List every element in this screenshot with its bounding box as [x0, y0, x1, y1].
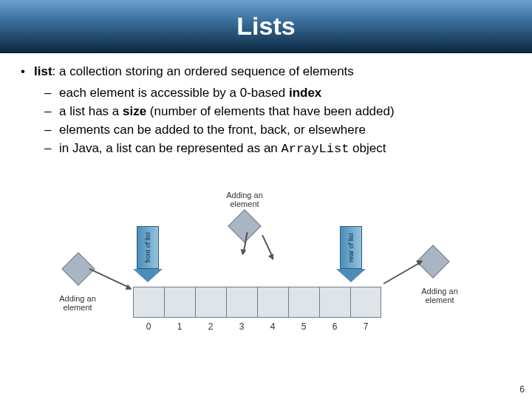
front-label: front of list — [143, 232, 152, 263]
array-cell — [133, 287, 164, 318]
index-label: 2 — [195, 321, 226, 332]
array-cells — [133, 287, 381, 318]
page-number: 6 — [519, 384, 525, 395]
dash-icon — [44, 140, 59, 158]
title-bar: Lists — [0, 0, 532, 53]
dash-icon — [44, 122, 59, 139]
bullet-text: list: a collection storing an ordered se… — [34, 64, 354, 81]
sub-text: elements can be added to the front, back… — [59, 122, 366, 139]
sub-pre: each element is accessible by a 0-based — [59, 86, 289, 100]
new-element-icon — [228, 209, 261, 242]
array-cell — [350, 287, 381, 318]
list-diagram: 0 1 2 3 4 5 6 7 front of list rear of li… — [52, 176, 480, 361]
sub-pre: in Java, a list can be represented as an — [59, 141, 282, 155]
list-item: elements can be added to the front, back… — [44, 122, 511, 139]
front-arrow-icon: front of list — [137, 226, 159, 282]
sub-text: a list has a size (number of elements th… — [59, 103, 395, 120]
index-label: 6 — [319, 321, 350, 332]
sub-post: object — [349, 141, 386, 155]
list-item: a list has a size (number of elements th… — [44, 103, 511, 120]
insert-arrow-icon — [89, 268, 131, 289]
list-item: each element is accessible by a 0-based … — [44, 85, 511, 102]
insert-arrow-icon — [262, 234, 274, 259]
index-label: 7 — [350, 321, 381, 332]
array-cell — [226, 287, 257, 318]
dash-icon — [44, 85, 59, 102]
sub-text: in Java, a list can be represented as an… — [59, 140, 386, 158]
add-caption: Adding anelement — [414, 287, 466, 304]
sub-code: ArrayList — [282, 142, 349, 156]
sub-pre: a list has a — [59, 104, 123, 118]
sub-text: each element is accessible by a 0-based … — [59, 85, 321, 102]
index-label: 1 — [164, 321, 195, 332]
array-cell — [319, 287, 350, 318]
rear-label: rear of list — [347, 233, 355, 262]
sub-bold: index — [289, 86, 321, 100]
array-cell — [288, 287, 319, 318]
rear-arrow-icon: rear of list — [340, 226, 362, 282]
add-caption: Adding anelement — [52, 294, 103, 312]
sub-bullet-list: each element is accessible by a 0-based … — [21, 85, 511, 158]
sub-pre: elements can be added to the front, back… — [59, 123, 366, 137]
insert-arrow-icon — [383, 261, 423, 284]
index-row: 0 1 2 3 4 5 6 7 — [133, 321, 381, 332]
bullet-dot-icon — [21, 64, 34, 81]
array-cell — [195, 287, 226, 318]
array-cell — [164, 287, 195, 318]
content-area: list: a collection storing an ordered se… — [0, 53, 532, 361]
index-label: 3 — [226, 321, 257, 332]
sub-post: (number of elements that have been added… — [146, 104, 395, 118]
index-label: 4 — [257, 321, 288, 332]
dash-icon — [44, 103, 59, 120]
term-definition: : a collection storing an ordered sequen… — [52, 64, 354, 78]
index-label: 0 — [133, 321, 164, 332]
add-caption: Adding anelement — [219, 191, 270, 208]
array-cell — [257, 287, 288, 318]
slide-title: Lists — [236, 12, 295, 41]
sub-bold: size — [123, 104, 146, 118]
term-list: list — [34, 64, 52, 78]
list-item: in Java, a list can be represented as an… — [44, 140, 511, 158]
index-label: 5 — [288, 321, 319, 332]
top-bullet: list: a collection storing an ordered se… — [21, 64, 511, 81]
